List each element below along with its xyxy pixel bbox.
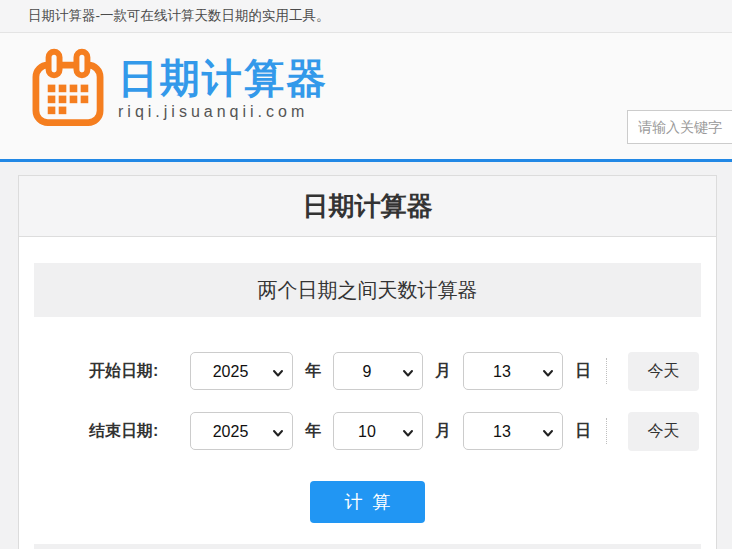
header: 日期计算器 riqi.jisuanqii.com: [0, 33, 732, 162]
topbar: 日期计算器-一款可在线计算天数日期的实用工具。: [0, 0, 732, 33]
start-date-label: 开始日期:: [89, 361, 175, 382]
year-unit-label: 年: [305, 421, 321, 442]
day-unit-label: 日: [575, 421, 591, 442]
logo-title: 日期计算器: [118, 56, 328, 100]
end-date-label: 结束日期:: [89, 421, 175, 442]
calendar-icon: [30, 47, 106, 129]
logo-text: 日期计算器 riqi.jisuanqii.com: [118, 56, 328, 121]
calculate-button[interactable]: 计算: [310, 481, 425, 523]
start-day-select[interactable]: 13: [463, 352, 563, 390]
site-tagline: 日期计算器-一款可在线计算天数日期的实用工具。: [28, 8, 330, 23]
end-today-button[interactable]: 今天: [628, 412, 699, 451]
end-day-select[interactable]: 13: [463, 412, 563, 450]
start-date-row: 开始日期: 2025 年 9: [89, 352, 701, 390]
site-logo[interactable]: 日期计算器 riqi.jisuanqii.com: [30, 47, 328, 129]
start-today-button[interactable]: 今天: [628, 352, 699, 391]
dotted-divider: [606, 358, 607, 384]
calculator-panel: 日期计算器 两个日期之间天数计算器 开始日期: 2025 年 9: [18, 175, 717, 549]
month-unit-label: 月: [435, 421, 451, 442]
end-year-select[interactable]: 2025: [190, 412, 293, 450]
dotted-divider: [606, 418, 607, 444]
start-month-select[interactable]: 9: [333, 352, 423, 390]
end-date-row: 结束日期: 2025 年 10: [89, 412, 701, 450]
panel-title: 日期计算器: [19, 176, 716, 237]
day-unit-label: 日: [575, 361, 591, 382]
main-content: 日期计算器 两个日期之间天数计算器 开始日期: 2025 年 9: [0, 162, 732, 549]
logo-domain: riqi.jisuanqii.com: [118, 103, 328, 121]
start-year-select[interactable]: 2025: [190, 352, 293, 390]
calculator-subtitle: 两个日期之间天数计算器: [34, 263, 701, 317]
panel-body: 两个日期之间天数计算器 开始日期: 2025 年 9: [19, 237, 716, 549]
search-input[interactable]: [627, 110, 732, 144]
end-month-select[interactable]: 10: [333, 412, 423, 450]
month-unit-label: 月: [435, 361, 451, 382]
year-unit-label: 年: [305, 361, 321, 382]
result-band: [34, 544, 701, 549]
